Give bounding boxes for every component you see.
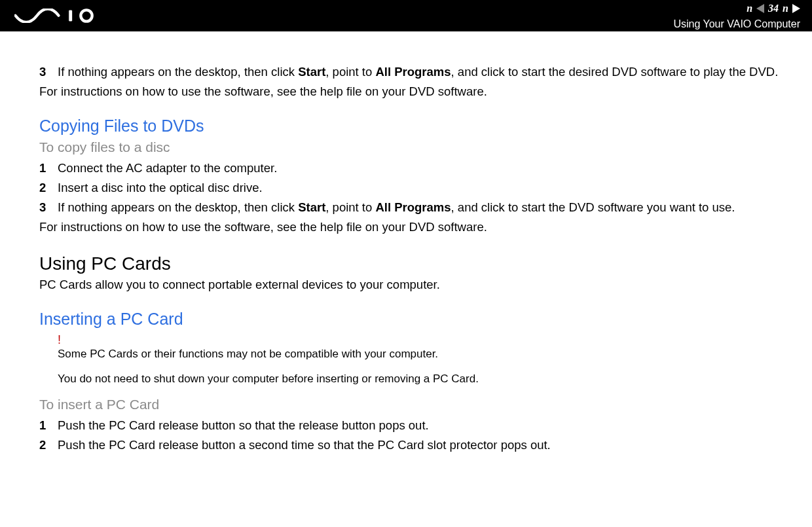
pc-cards-intro: PC Cards allow you to connect portable e… [39,277,779,293]
copy-step-3: 3 If nothing appears on the desktop, the… [39,200,779,215]
copy-step-2: 2 Insert a disc into the optical disc dr… [39,180,779,196]
svg-point-1 [81,10,92,21]
step-text: Push the PC Card release button so that … [58,418,779,433]
header-bar: n 34 n Using Your VAIO Computer [0,0,812,31]
step-text: Push the PC Card release button a second… [58,437,779,453]
svg-rect-0 [69,10,72,22]
caution-block: ! Some PC Cards or their functions may n… [58,334,779,386]
help-note-2: For instructions on how to use the softw… [39,219,779,235]
step-number: 2 [39,437,58,453]
nav-left-letter: n [747,3,752,14]
vaio-logo [14,9,106,23]
step-number: 3 [39,200,58,215]
insert-step-2: 2 Push the PC Card release button a seco… [39,437,779,453]
heading-using-pc-cards: Using PC Cards [39,253,779,274]
step-number: 1 [39,160,58,176]
step-text: Connect the AC adapter to the computer. [58,160,779,176]
step-number: 2 [39,180,58,196]
nav-prev-icon[interactable] [756,4,764,13]
step-3-play-dvd: 3 If nothing appears on the desktop, the… [39,64,779,80]
section-title: Using Your VAIO Computer [673,17,800,31]
nav-next-icon[interactable] [792,4,800,13]
caution-text-1: Some PC Cards or their functions may not… [58,347,779,361]
header-right: n 34 n Using Your VAIO Computer [673,0,800,31]
step-text: Insert a disc into the optical disc driv… [58,180,779,196]
nav-right-letter: n [783,3,788,14]
page-number: 34 [768,3,779,14]
step-text: If nothing appears on the desktop, then … [58,200,779,215]
heading-copying-files: Copying Files to DVDs [39,117,779,136]
caution-text-2: You do not need to shut down your comput… [58,372,779,386]
insert-step-1: 1 Push the PC Card release button so tha… [39,418,779,433]
help-note-1: For instructions on how to use the softw… [39,84,779,100]
subheading-to-copy-files: To copy files to a disc [39,139,779,155]
step-number: 1 [39,418,58,433]
step-number: 3 [39,64,58,80]
page-content: 3 If nothing appears on the desktop, the… [0,31,812,453]
page-nav: n 34 n [673,0,800,17]
heading-inserting-pc-card: Inserting a PC Card [39,310,779,329]
subheading-to-insert-pc-card: To insert a PC Card [39,397,779,412]
step-text: If nothing appears on the desktop, then … [58,64,779,80]
caution-icon: ! [58,334,779,346]
copy-step-1: 1 Connect the AC adapter to the computer… [39,160,779,176]
